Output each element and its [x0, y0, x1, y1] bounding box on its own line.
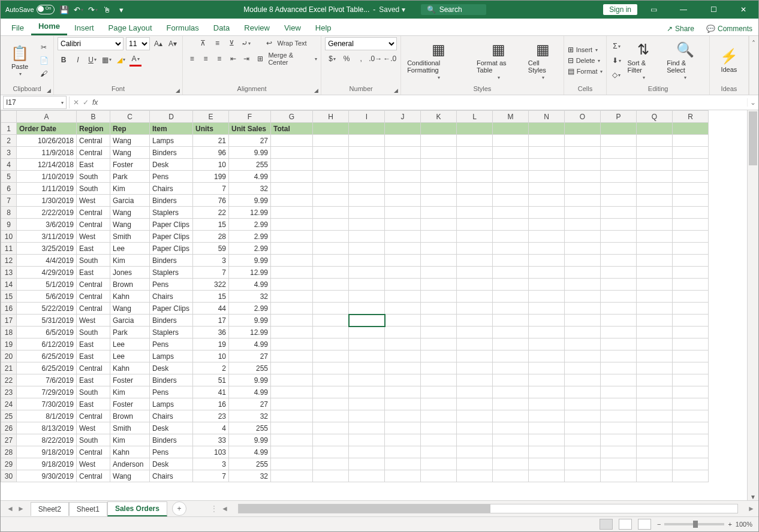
cell[interactable] [601, 219, 637, 231]
cell[interactable]: 12.99 [229, 207, 271, 219]
cell[interactable] [529, 410, 565, 422]
cell[interactable] [349, 374, 385, 386]
cell[interactable]: 19 [193, 338, 229, 350]
cell[interactable] [565, 398, 601, 410]
cell[interactable] [271, 255, 313, 267]
cell[interactable] [385, 135, 421, 147]
cell[interactable]: 5/31/2019 [17, 315, 77, 327]
cell[interactable] [565, 446, 601, 458]
row-header[interactable]: 16 [1, 303, 17, 315]
cell[interactable] [271, 267, 313, 279]
format-cells-button[interactable]: ▤ Format ▾ [568, 67, 603, 75]
cell[interactable]: 9.99 [229, 374, 271, 386]
cell[interactable]: 16 [193, 398, 229, 410]
cell[interactable]: 255 [229, 458, 271, 470]
touch-mode-icon[interactable]: 🖱 [103, 5, 112, 14]
cell[interactable] [457, 434, 493, 446]
cell[interactable] [349, 231, 385, 243]
cell[interactable] [271, 135, 313, 147]
cell[interactable] [601, 279, 637, 291]
cell[interactable] [565, 207, 601, 219]
cell[interactable] [529, 374, 565, 386]
cell[interactable] [313, 374, 349, 386]
cell[interactable]: 41 [193, 386, 229, 398]
cell[interactable]: Central [77, 207, 110, 219]
cell[interactable] [493, 291, 529, 303]
italic-button[interactable]: I [72, 54, 84, 66]
table-header-cell[interactable] [529, 123, 565, 135]
cell[interactable]: 2.99 [229, 231, 271, 243]
cell[interactable]: Binders [150, 147, 193, 159]
cell[interactable] [457, 410, 493, 422]
cell[interactable] [601, 231, 637, 243]
cell[interactable] [601, 350, 637, 362]
cell[interactable] [493, 362, 529, 374]
hscroll-left-icon[interactable]: ◄ [218, 504, 232, 513]
cell[interactable] [601, 410, 637, 422]
row-header[interactable]: 23 [1, 386, 17, 398]
row-header[interactable]: 19 [1, 338, 17, 350]
cell[interactable] [313, 291, 349, 303]
redo-icon[interactable]: ↷▾ [88, 5, 98, 14]
cell[interactable] [385, 159, 421, 171]
cell[interactable] [637, 267, 673, 279]
cell[interactable] [457, 350, 493, 362]
cell[interactable] [271, 171, 313, 183]
cell[interactable] [529, 386, 565, 398]
cell[interactable]: Binders [150, 255, 193, 267]
cell[interactable] [565, 147, 601, 159]
cell[interactable] [421, 195, 457, 207]
cell[interactable]: 4.99 [229, 338, 271, 350]
sheet-tab-sales-orders[interactable]: Sales Orders [107, 501, 167, 516]
new-sheet-button[interactable]: + [172, 501, 186, 516]
cell[interactable]: 51 [193, 374, 229, 386]
column-header[interactable]: J [385, 111, 421, 123]
cell[interactable] [313, 195, 349, 207]
cell[interactable] [421, 243, 457, 255]
format-painter-button[interactable]: 🖌 [38, 68, 50, 80]
cell[interactable]: 76 [193, 195, 229, 207]
cell[interactable] [271, 446, 313, 458]
cell[interactable] [673, 219, 709, 231]
cell[interactable] [673, 386, 709, 398]
font-dialog-icon[interactable]: ◢ [176, 87, 180, 93]
cell[interactable] [457, 267, 493, 279]
cell[interactable] [637, 255, 673, 267]
cell[interactable] [493, 386, 529, 398]
cell[interactable] [349, 291, 385, 303]
cell[interactable]: Kahn [110, 362, 150, 374]
row-header[interactable]: 22 [1, 374, 17, 386]
cell[interactable] [385, 362, 421, 374]
cell[interactable] [349, 159, 385, 171]
cell[interactable] [673, 470, 709, 482]
cell[interactable]: 4.99 [229, 386, 271, 398]
cell[interactable] [565, 195, 601, 207]
cell[interactable] [601, 458, 637, 470]
cell[interactable] [421, 291, 457, 303]
scroll-down-icon[interactable]: ▼ [748, 494, 758, 500]
conditional-formatting-button[interactable]: ▦Conditional Formatting▾ [405, 40, 472, 81]
sheet-nav-next-icon[interactable]: ► [17, 504, 25, 513]
cell[interactable] [457, 135, 493, 147]
increase-decimal-icon[interactable]: .0→ [369, 53, 381, 65]
row-header[interactable]: 21 [1, 362, 17, 374]
cell[interactable] [673, 183, 709, 195]
cell[interactable] [565, 291, 601, 303]
cell[interactable] [457, 362, 493, 374]
cell[interactable] [565, 171, 601, 183]
ideas-button[interactable]: ⚡Ideas [713, 47, 745, 74]
cell[interactable] [421, 303, 457, 315]
cell[interactable]: 4.99 [229, 446, 271, 458]
cell[interactable] [271, 422, 313, 434]
cell[interactable] [601, 195, 637, 207]
decrease-indent-icon[interactable]: ⇤ [227, 53, 239, 65]
tab-page-layout[interactable]: Page Layout [101, 20, 159, 35]
cell[interactable] [673, 338, 709, 350]
cell[interactable] [313, 398, 349, 410]
save-status[interactable]: Saved ▾ [379, 5, 405, 14]
increase-font-icon[interactable]: A▴ [152, 38, 164, 50]
cell[interactable] [493, 446, 529, 458]
cell[interactable]: Wang [110, 219, 150, 231]
cell[interactable] [493, 279, 529, 291]
cell[interactable] [565, 267, 601, 279]
